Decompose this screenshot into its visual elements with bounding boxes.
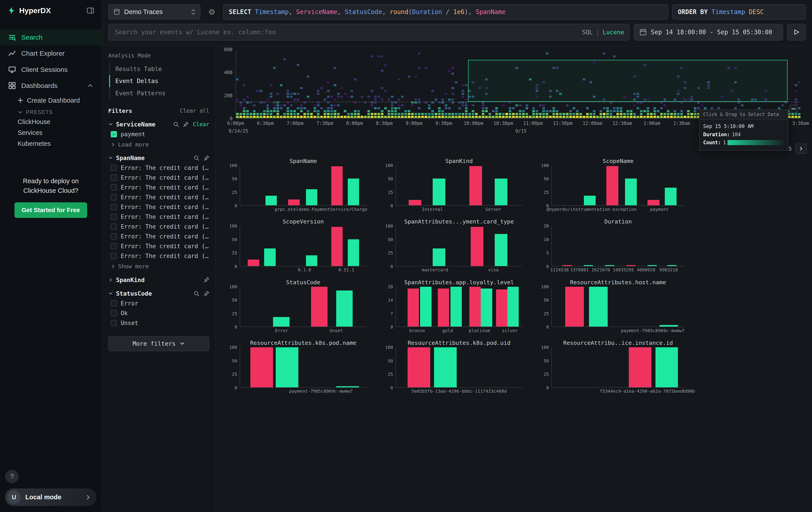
show-more-link[interactable]: Show more <box>108 261 209 270</box>
bar-outlier[interactable] <box>248 260 259 266</box>
filter-checkbox-row[interactable]: Error: The credit card (… <box>108 232 209 241</box>
bar-outlier[interactable] <box>250 347 273 387</box>
bar-inlier[interactable] <box>667 265 676 266</box>
filter-checkbox-row[interactable]: Error: The credit card (… <box>108 163 209 173</box>
search-input[interactable] <box>114 28 578 36</box>
filter-checkbox-row[interactable]: Error: The credit card (… <box>108 202 209 212</box>
more-filters-button[interactable]: More filters <box>108 336 209 351</box>
run-query-button[interactable] <box>787 24 806 41</box>
bar-inlier[interactable] <box>433 248 445 266</box>
date-range-picker[interactable]: Sep 14 18:00:00 - Sep 15 05:30:00 <box>634 24 783 41</box>
next-page-button[interactable] <box>795 143 807 154</box>
bar-inlier[interactable] <box>336 291 353 327</box>
preset-kubernetes[interactable]: Kubernetes <box>18 138 102 149</box>
bar-outlier[interactable] <box>288 199 299 205</box>
checkbox[interactable] <box>111 233 117 240</box>
source-select[interactable]: Demo Traces <box>108 4 201 20</box>
filter-checkbox-row[interactable]: Error: The credit card (… <box>108 212 209 222</box>
bar-inlier[interactable] <box>273 317 289 327</box>
pin-icon[interactable] <box>204 155 209 161</box>
checkbox[interactable] <box>111 320 117 326</box>
filter-checkbox-row[interactable]: Unset <box>108 318 209 328</box>
sidebar-item-search[interactable]: Search <box>0 29 102 46</box>
chart-plot[interactable] <box>240 287 367 327</box>
user-avatar[interactable]: U <box>7 490 21 504</box>
bar-outlier[interactable] <box>438 289 449 327</box>
bar-inlier[interactable] <box>451 287 462 327</box>
bar-inlier[interactable] <box>264 248 276 266</box>
sidebar-item-chart-explorer[interactable]: Chart Explorer <box>0 46 102 61</box>
chart-plot[interactable] <box>551 165 685 206</box>
zoom-out-button[interactable] <box>789 105 798 113</box>
bar-inlier[interactable] <box>605 265 614 266</box>
bar-inlier[interactable] <box>495 234 508 266</box>
bar-outlier[interactable] <box>311 287 327 327</box>
filter-group-spanname[interactable]: SpanName <box>108 155 209 161</box>
bar-inlier[interactable] <box>584 196 596 205</box>
get-started-button[interactable]: Get Started for Free <box>14 203 87 218</box>
bar-outlier[interactable] <box>331 227 343 266</box>
bar-inlier[interactable] <box>495 179 508 205</box>
bar-outlier[interactable] <box>562 265 572 266</box>
bar-inlier[interactable] <box>306 255 317 266</box>
bar-inlier[interactable] <box>434 347 457 387</box>
heatmap-plot[interactable] <box>236 50 801 119</box>
bar-inlier[interactable] <box>589 287 608 327</box>
clear-all-link[interactable]: Clear all <box>180 108 209 114</box>
source-settings-button[interactable] <box>205 4 219 20</box>
bar-inlier[interactable] <box>660 325 678 327</box>
chart-plot[interactable] <box>396 287 523 327</box>
bar-inlier[interactable] <box>508 287 519 327</box>
clear-filter-link[interactable]: Clear <box>193 121 209 128</box>
mode-results-table[interactable]: Results Table <box>109 63 209 75</box>
mode-event-deltas[interactable]: Event Deltas <box>109 75 209 87</box>
bar-inlier[interactable] <box>625 179 637 205</box>
chart-plot[interactable] <box>240 226 367 266</box>
bar-outlier[interactable] <box>331 166 343 205</box>
help-button[interactable]: ? <box>5 470 19 483</box>
pin-icon[interactable] <box>204 277 209 283</box>
filter-checkbox-row[interactable]: Error: The credit card (… <box>108 251 209 261</box>
checkbox[interactable] <box>111 165 117 171</box>
filter-group-spankind[interactable]: SpanKind <box>108 276 209 284</box>
sidebar-item-client-sessions[interactable]: Client Sessions <box>0 61 102 78</box>
bar-outlier[interactable] <box>471 227 483 266</box>
bar-outlier[interactable] <box>409 200 421 205</box>
filter-checkbox-row[interactable]: payment <box>108 129 209 139</box>
load-more-link[interactable]: Load more <box>108 139 209 148</box>
bar-inlier[interactable] <box>481 289 492 327</box>
chart-plot[interactable] <box>551 226 685 266</box>
local-mode-pill[interactable]: U Local mode <box>5 488 96 506</box>
app-logo[interactable]: HyperDX <box>7 6 51 15</box>
sql-select-box[interactable]: SELECT Timestamp, ServiceName, StatusCod… <box>223 4 668 20</box>
create-dashboard-button[interactable]: Create Dashboard <box>18 95 102 106</box>
filter-checkbox-row[interactable]: Error <box>108 298 209 308</box>
filter-checkbox-row[interactable]: Error: The credit card (… <box>108 222 209 232</box>
sidebar-item-dashboards[interactable]: Dashboards <box>0 78 102 94</box>
heatmap-selection[interactable] <box>468 60 787 102</box>
bar-inlier[interactable] <box>584 265 593 266</box>
bar-outlier[interactable] <box>565 287 584 327</box>
mode-event-patterns[interactable]: Event Patterns <box>109 87 209 99</box>
search-icon[interactable] <box>194 155 199 161</box>
filter-checkbox-row[interactable]: Ok <box>108 308 209 318</box>
bar-inlier[interactable] <box>420 287 431 327</box>
search-icon[interactable] <box>173 122 179 127</box>
bar-inlier[interactable] <box>348 179 359 205</box>
sidebar-collapse-button[interactable] <box>86 7 94 15</box>
bar-inlier[interactable] <box>336 386 359 387</box>
checkbox[interactable] <box>111 310 117 316</box>
bar-outlier[interactable] <box>408 289 419 327</box>
bar-outlier[interactable] <box>647 200 660 205</box>
bar-outlier[interactable] <box>469 166 482 205</box>
filter-checkbox-row[interactable]: Error: The credit card (… <box>108 192 209 202</box>
pin-icon[interactable] <box>183 122 189 127</box>
lucene-mode-option[interactable]: Lucene <box>603 29 624 36</box>
chart-plot[interactable] <box>396 165 523 206</box>
checkbox[interactable] <box>111 214 117 220</box>
chart-plot[interactable] <box>551 347 685 388</box>
bar-outlier[interactable] <box>629 347 651 387</box>
filter-checkbox-row[interactable]: Error: The credit card (… <box>108 183 209 192</box>
bar-inlier[interactable] <box>276 347 298 387</box>
bar-inlier[interactable] <box>656 347 678 387</box>
